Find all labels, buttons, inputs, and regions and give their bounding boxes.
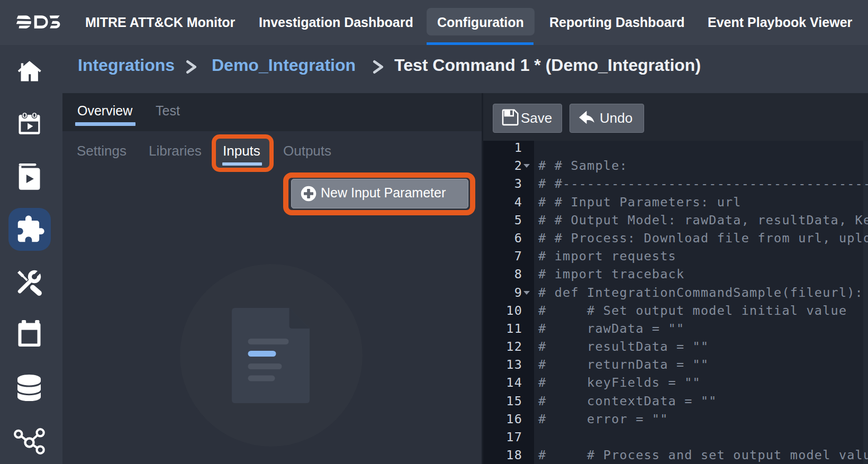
fold-arrow-icon[interactable] — [523, 291, 530, 295]
code-text: # # Output Model: rawData, resultData, K… — [538, 211, 868, 229]
tab-test[interactable]: Test — [156, 93, 180, 131]
code-line-16: 16# error = "" — [483, 410, 868, 428]
empty-document-icon — [231, 307, 311, 404]
d3-logo-icon[interactable] — [16, 14, 61, 31]
code-text: # import requests — [538, 247, 676, 265]
nav-item-investigation-dashboard[interactable]: Investigation Dashboard — [259, 0, 413, 45]
code-text: # import traceback — [538, 265, 684, 283]
line-number: 17 — [483, 428, 522, 446]
tab-overview-underline — [75, 122, 135, 126]
plus-circle-icon — [301, 186, 317, 202]
code-line-14: 14# keyFields = "" — [483, 374, 868, 392]
breadcrumb-integrations[interactable]: Integrations — [78, 45, 175, 93]
code-text: # rawData = "" — [538, 320, 684, 338]
chevron-right-icon — [186, 60, 197, 75]
code-line-3: 3# #------------------------------------… — [483, 175, 868, 193]
line-number: 2 — [483, 157, 522, 175]
puzzle-icon — [15, 214, 46, 244]
code-text: # contextData = "" — [538, 392, 717, 410]
line-number: 11 — [483, 320, 522, 338]
chevron-right-icon — [373, 60, 384, 75]
nav-item-configuration[interactable]: Configuration — [437, 0, 524, 45]
code-text: # returnData = "" — [538, 356, 709, 374]
database-icon — [17, 375, 41, 401]
code-line-1: 1 — [483, 141, 868, 157]
playbook-icon — [18, 163, 41, 190]
fold-arrow-icon[interactable] — [523, 164, 530, 168]
editor-lines: 12# # Sample:3# #-----------------------… — [483, 141, 868, 464]
code-line-6: 6# # Process: Download file from url, up… — [483, 229, 868, 247]
code-line-15: 15# contextData = "" — [483, 392, 868, 410]
code-text: # #-------------------------------------… — [538, 175, 868, 193]
code-line-9: 9# def IntegrationCommandSample(fileurl)… — [483, 284, 868, 302]
app-root: MITRE ATT&CK Monitor Investigation Dashb… — [0, 0, 868, 464]
nav-item-reporting-dashboard[interactable]: Reporting Dashboard — [549, 0, 685, 45]
line-number: 18 — [483, 446, 522, 464]
code-text: # # Process: Download file from url, upl… — [538, 229, 868, 247]
calendar-icon — [18, 320, 41, 347]
code-line-18: 18# # Process and set output model value — [483, 446, 868, 464]
code-line-2: 2# # Sample: — [483, 157, 868, 175]
code-text: # def IntegrationCommandSample(fileurl): — [538, 284, 863, 302]
sidebar-item-calendar-play[interactable] — [18, 111, 41, 135]
code-line-17: 17 — [483, 428, 868, 446]
sidebar-item-database[interactable] — [17, 375, 41, 401]
line-number: 9 — [483, 284, 522, 302]
code-editor[interactable]: 12# # Sample:3# #-----------------------… — [483, 141, 868, 464]
code-text: # # Set output model initial value — [538, 302, 847, 320]
home-icon — [16, 59, 42, 84]
new-input-parameter-label: New Input Parameter — [321, 179, 446, 208]
sidebar-item-share[interactable] — [14, 426, 47, 455]
share-icon — [14, 426, 47, 455]
code-line-10: 10# # Set output model initial value — [483, 302, 868, 320]
code-text: # error = "" — [538, 410, 668, 428]
undo-arrow-icon — [576, 107, 598, 129]
subtab-inputs[interactable]: Inputs — [223, 139, 260, 162]
floppy-icon — [502, 108, 519, 126]
calendar-play-icon — [18, 111, 41, 135]
sidebar-item-calendar[interactable] — [18, 320, 41, 347]
subtab-outputs[interactable]: Outputs — [283, 139, 331, 162]
code-line-7: 7# import requests — [483, 247, 868, 265]
code-text: # keyFields = "" — [538, 374, 701, 392]
line-number: 10 — [483, 302, 522, 320]
sidebar-item-tools[interactable] — [15, 267, 46, 296]
code-text: # resultData = "" — [538, 338, 709, 356]
code-text: # # Sample: — [538, 157, 628, 175]
line-number: 6 — [483, 229, 522, 247]
nav-item-event-playbook-viewer[interactable]: Event Playbook Viewer — [708, 0, 852, 45]
code-line-11: 11# rawData = "" — [483, 320, 868, 338]
line-number: 8 — [483, 265, 522, 283]
code-line-12: 12# resultData = "" — [483, 338, 868, 356]
code-text: # # Process and set output model value — [538, 446, 868, 464]
tools-icon — [15, 267, 46, 296]
nav-item-mitre-attack-monitor[interactable]: MITRE ATT&CK Monitor — [85, 0, 235, 45]
sidebar-item-puzzle[interactable] — [15, 214, 46, 244]
line-number: 5 — [483, 211, 522, 229]
line-number: 1 — [483, 141, 522, 157]
subtab-settings[interactable]: Settings — [77, 139, 126, 162]
line-number: 15 — [483, 392, 522, 410]
line-number: 12 — [483, 338, 522, 356]
subtab-libraries[interactable]: Libraries — [149, 139, 202, 162]
undo-button-label: Undo — [600, 104, 632, 133]
code-line-4: 4# # Input Parameters: url — [483, 193, 868, 211]
code-line-8: 8# import traceback — [483, 265, 868, 283]
line-number: 7 — [483, 247, 522, 265]
code-line-13: 13# returnData = "" — [483, 356, 868, 374]
line-number: 16 — [483, 410, 522, 428]
breadcrumb-current-page: Test Command 1 * (Demo_Integration) — [394, 45, 701, 93]
subtab-inputs-underline — [222, 162, 262, 166]
code-text: # # Input Parameters: url — [538, 193, 742, 211]
line-number: 13 — [483, 356, 522, 374]
top-navigation-bar: MITRE ATT&CK Monitor Investigation Dashb… — [0, 0, 868, 45]
breadcrumb-demo-integration[interactable]: Demo_Integration — [212, 45, 356, 93]
line-number: 4 — [483, 193, 522, 211]
save-button-label: Save — [521, 104, 552, 133]
code-line-5: 5# # Output Model: rawData, resultData, … — [483, 211, 868, 229]
sidebar-item-home[interactable] — [16, 59, 42, 84]
line-number: 14 — [483, 374, 522, 392]
line-number: 3 — [483, 175, 522, 193]
sidebar-item-playbook[interactable] — [18, 163, 41, 190]
